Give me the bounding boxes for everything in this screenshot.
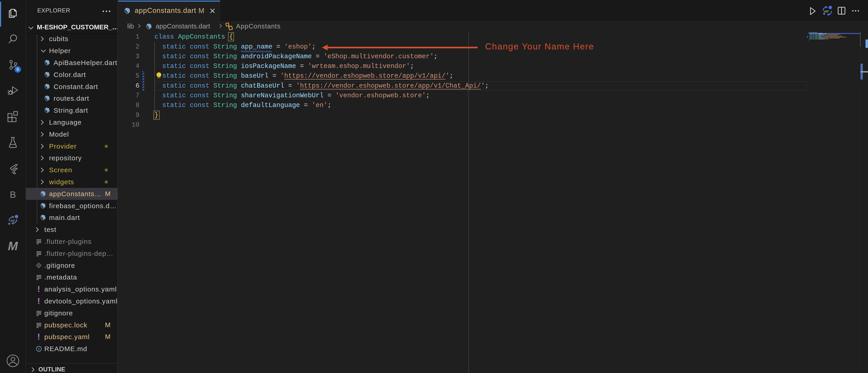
svg-text:diff: diff: [10, 219, 15, 223]
svg-text:diff: diff: [824, 10, 829, 13]
